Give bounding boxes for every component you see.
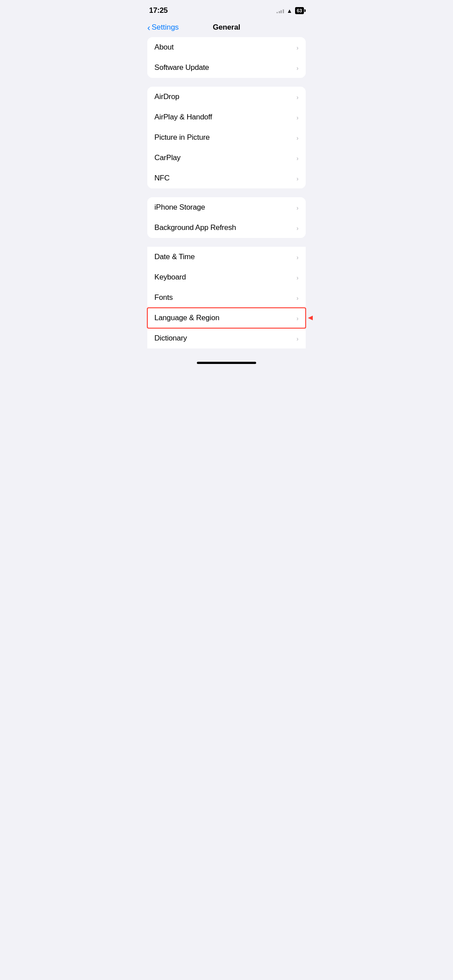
battery-icon: 63 (295, 7, 304, 14)
keyboard-label: Keyboard (154, 273, 186, 282)
background-app-refresh-chevron-icon: › (296, 224, 299, 232)
section-general-info: About › Software Update › (147, 37, 306, 78)
date-time-item[interactable]: Date & Time › (147, 247, 306, 267)
nfc-item[interactable]: NFC › (147, 168, 306, 188)
software-update-chevron-icon: › (296, 64, 299, 72)
signal-bar-1 (276, 12, 278, 13)
date-time-label: Date & Time (154, 253, 195, 261)
nfc-label: NFC (154, 174, 169, 183)
carplay-chevron-icon: › (296, 154, 299, 162)
picture-in-picture-item[interactable]: Picture in Picture › (147, 127, 306, 148)
about-item[interactable]: About › (147, 37, 306, 57)
iphone-storage-label: iPhone Storage (154, 203, 205, 212)
section-language: Date & Time › Keyboard › Fonts › Languag… (147, 247, 306, 348)
language-region-chevron-icon: › (296, 314, 299, 322)
software-update-item[interactable]: Software Update › (147, 57, 306, 78)
red-arrow-annotation (306, 307, 313, 329)
keyboard-item[interactable]: Keyboard › (147, 267, 306, 287)
airplay-handoff-item[interactable]: AirPlay & Handoff › (147, 107, 306, 127)
signal-bar-3 (280, 10, 282, 13)
about-chevron-icon: › (296, 44, 299, 51)
nav-bar: ‹ Settings General (140, 19, 313, 37)
fonts-chevron-icon: › (296, 294, 299, 302)
dictionary-item[interactable]: Dictionary › (147, 328, 306, 348)
about-label: About (154, 43, 173, 52)
status-time: 17:25 (149, 6, 168, 15)
date-time-chevron-icon: › (296, 253, 299, 261)
fonts-label: Fonts (154, 293, 173, 302)
status-bar: 17:25 ▲ 63 (140, 0, 313, 19)
iphone-storage-chevron-icon: › (296, 204, 299, 211)
section-connectivity: AirDrop › AirPlay & Handoff › Picture in… (147, 87, 306, 188)
language-region-item[interactable]: Language & Region › (147, 308, 306, 328)
signal-bar-2 (279, 11, 280, 13)
airplay-handoff-chevron-icon: › (296, 114, 299, 121)
language-region-container: Language & Region › (147, 308, 306, 328)
dictionary-label: Dictionary (154, 334, 187, 343)
keyboard-chevron-icon: › (296, 274, 299, 281)
fonts-item[interactable]: Fonts › (147, 287, 306, 308)
svg-marker-0 (308, 315, 313, 321)
picture-in-picture-chevron-icon: › (296, 134, 299, 142)
nfc-chevron-icon: › (296, 175, 299, 182)
carplay-item[interactable]: CarPlay › (147, 148, 306, 168)
back-label: Settings (152, 23, 179, 32)
airdrop-chevron-icon: › (296, 93, 299, 101)
page-title: General (213, 23, 240, 32)
back-chevron-icon: ‹ (147, 23, 150, 32)
background-app-refresh-item[interactable]: Background App Refresh › (147, 218, 306, 238)
picture-in-picture-label: Picture in Picture (154, 133, 210, 142)
battery-level: 63 (297, 8, 302, 13)
carplay-label: CarPlay (154, 153, 180, 162)
home-bar (197, 362, 256, 364)
background-app-refresh-label: Background App Refresh (154, 223, 236, 232)
signal-icon (276, 8, 284, 13)
status-icons: ▲ 63 (276, 7, 304, 14)
airplay-handoff-label: AirPlay & Handoff (154, 113, 212, 122)
home-indicator (140, 357, 313, 368)
wifi-icon: ▲ (287, 8, 292, 14)
section-storage: iPhone Storage › Background App Refresh … (147, 197, 306, 238)
language-region-label: Language & Region (154, 314, 219, 322)
airdrop-item[interactable]: AirDrop › (147, 87, 306, 107)
back-button[interactable]: ‹ Settings (147, 23, 179, 32)
iphone-storage-item[interactable]: iPhone Storage › (147, 197, 306, 218)
signal-bar-4 (283, 9, 284, 13)
settings-content: About › Software Update › AirDrop › AirP… (140, 37, 313, 348)
software-update-label: Software Update (154, 63, 209, 72)
airdrop-label: AirDrop (154, 92, 179, 101)
dictionary-chevron-icon: › (296, 335, 299, 342)
